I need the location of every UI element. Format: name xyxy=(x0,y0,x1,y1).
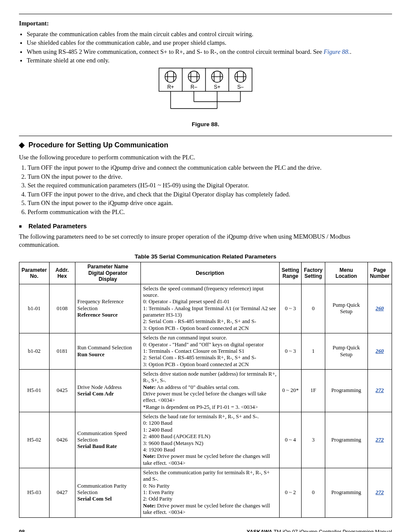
section-title-text: Procedure for Setting Up Communication xyxy=(28,141,168,149)
mid-rule xyxy=(19,136,392,136)
table-row: H5-030427Communication Parity SelectionS… xyxy=(19,468,392,518)
table-row: H5-020426Communication Speed SelectionSe… xyxy=(19,412,392,468)
cell-factory: 1 xyxy=(302,333,325,370)
cell-addr-hex: 0181 xyxy=(49,333,75,370)
term-label-rp: R+ xyxy=(167,84,174,90)
table-row: b1-020181Run Command SelectionRun Source… xyxy=(19,333,392,370)
procedure-step: Set the required communication parameter… xyxy=(28,181,392,190)
column-header: PageNumber xyxy=(367,262,392,284)
cell-page: 272 xyxy=(367,412,392,468)
procedure-step: Turn ON the input power to the iQpump dr… xyxy=(28,199,392,207)
important-bullet: Use shielded cables for the communicatio… xyxy=(27,39,392,47)
column-header: ParameterNo. xyxy=(19,262,50,284)
page-footer: 98 YASKAWA TM.iQp.07 iQpump Controller P… xyxy=(19,529,392,532)
page-link[interactable]: 272 xyxy=(376,489,384,495)
column-header: MenuLocation xyxy=(325,262,367,284)
footer-brand: YASKAWA xyxy=(247,529,273,532)
procedure-step: Perform communication with the PLC. xyxy=(28,208,392,216)
cell-factory: 3 xyxy=(302,412,325,468)
column-header: SettingRange xyxy=(279,262,302,284)
cell-menu: Programming xyxy=(325,468,367,518)
cell-menu: Pump Quick Setup xyxy=(325,333,367,370)
cell-menu: Pump Quick Setup xyxy=(325,284,367,333)
cell-description: Selects the run command input source.0: … xyxy=(141,333,280,370)
procedure-step: Turn ON the input power to the drive. xyxy=(28,173,392,181)
figure-88: R+ R– S+ S– Figure 88. xyxy=(19,67,392,128)
table-row: H5-010425Drive Node AddressSerial Com Ad… xyxy=(19,369,392,412)
table-caption: Table 35 Serial Communication Related Pa… xyxy=(19,253,392,260)
cell-menu: Programming xyxy=(325,412,367,468)
terminal-diagram: R+ R– S+ S– xyxy=(158,67,253,119)
figure-88-link[interactable]: Figure 88. xyxy=(324,48,350,55)
cell-description: Selects drive station node number (addre… xyxy=(141,369,280,412)
cell-range: 0 ~ 3 xyxy=(279,284,302,333)
parameters-table: ParameterNo.Addr. HexParameter NameDigit… xyxy=(19,262,392,517)
page-link[interactable]: 260 xyxy=(376,305,384,311)
cell-name: Run Command SelectionRun Source xyxy=(75,333,140,370)
procedure-step: Turn OFF the input power to the drive, a… xyxy=(28,190,392,199)
important-bullets: Separate the communication cables from t… xyxy=(27,30,392,65)
cell-range: 0 ~ 3 xyxy=(279,333,302,370)
page-link[interactable]: 260 xyxy=(376,348,384,354)
section-intro: Use the following procedure to perform c… xyxy=(19,153,392,162)
cell-name: Frequency Reference SelectionReference S… xyxy=(75,284,140,333)
top-rule xyxy=(19,14,392,14)
section-heading-procedure: ◆Procedure for Setting Up Communication xyxy=(19,140,392,150)
column-header: Parameter NameDigital OperatorDisplay xyxy=(75,262,140,284)
cell-factory: 0 xyxy=(302,468,325,518)
column-header: FactorySetting xyxy=(302,262,325,284)
cell-addr-hex: 0425 xyxy=(49,369,75,412)
cell-factory: 1F xyxy=(302,369,325,412)
term-label-sp: S+ xyxy=(214,84,220,90)
cell-addr-hex: 0108 xyxy=(49,284,75,333)
cell-param-no: H5-01 xyxy=(19,369,50,412)
subsection-title-text: Related Parameters xyxy=(28,223,87,230)
column-header: Addr. Hex xyxy=(49,262,75,284)
table-row: b1-010108Frequency Reference SelectionRe… xyxy=(19,284,392,333)
page-link[interactable]: 272 xyxy=(376,387,384,393)
term-label-rm: R– xyxy=(190,84,197,90)
cell-param-no: H5-03 xyxy=(19,468,50,518)
diamond-bullet-icon: ◆ xyxy=(19,140,28,150)
cell-param-no: b1-01 xyxy=(19,284,50,333)
important-bullet: Terminate shield at one end only. xyxy=(27,56,392,65)
important-bullet: When using RS-485 2 Wire communication, … xyxy=(27,48,392,56)
cell-description: Selects the communication parity for ter… xyxy=(141,468,280,518)
cell-page: 272 xyxy=(367,468,392,518)
cell-name: Communication Parity SelectionSerial Com… xyxy=(75,468,140,518)
footer-doc-title: TM.iQp.07 iQpump Controller Programming … xyxy=(274,529,392,532)
cell-factory: 0 xyxy=(302,284,325,333)
cell-page: 272 xyxy=(367,369,392,412)
page-number: 98 xyxy=(19,529,25,532)
subsection-heading-related: ■Related Parameters xyxy=(19,222,392,230)
cell-addr-hex: 0427 xyxy=(49,468,75,518)
cell-addr-hex: 0426 xyxy=(49,412,75,468)
cell-name: Communication Speed SelectionSerial Baud… xyxy=(75,412,140,468)
important-bullet: Separate the communication cables from t… xyxy=(27,30,392,38)
cell-param-no: H5-02 xyxy=(19,412,50,468)
figure-caption: Figure 88. xyxy=(19,121,392,128)
cell-page: 260 xyxy=(367,333,392,370)
column-header: Description xyxy=(141,262,280,284)
important-heading: Important: xyxy=(19,19,392,28)
square-bullet-icon: ■ xyxy=(19,223,28,229)
cell-description: Selects the baud rate for terminals R+, … xyxy=(141,412,280,468)
cell-page: 260 xyxy=(367,284,392,333)
footer-doc: YASKAWA TM.iQp.07 iQpump Controller Prog… xyxy=(247,529,392,532)
related-intro: The following parameters need to be set … xyxy=(19,233,392,249)
cell-menu: Programming xyxy=(325,369,367,412)
procedure-steps: Turn OFF the input power to the iQpump d… xyxy=(28,164,392,216)
cell-range: 0 ~ 2 xyxy=(279,468,302,518)
cell-range: 0 ~ 20* xyxy=(279,369,302,412)
term-label-sm: S– xyxy=(237,84,244,90)
cell-range: 0 ~ 4 xyxy=(279,412,302,468)
procedure-step: Turn OFF the input power to the iQpump d… xyxy=(28,164,392,172)
cell-param-no: b1-02 xyxy=(19,333,50,370)
page-link[interactable]: 272 xyxy=(376,437,384,443)
cell-name: Drive Node AddressSerial Com Adr xyxy=(75,369,140,412)
cell-description: Selects the speed command (frequency ref… xyxy=(141,284,280,333)
